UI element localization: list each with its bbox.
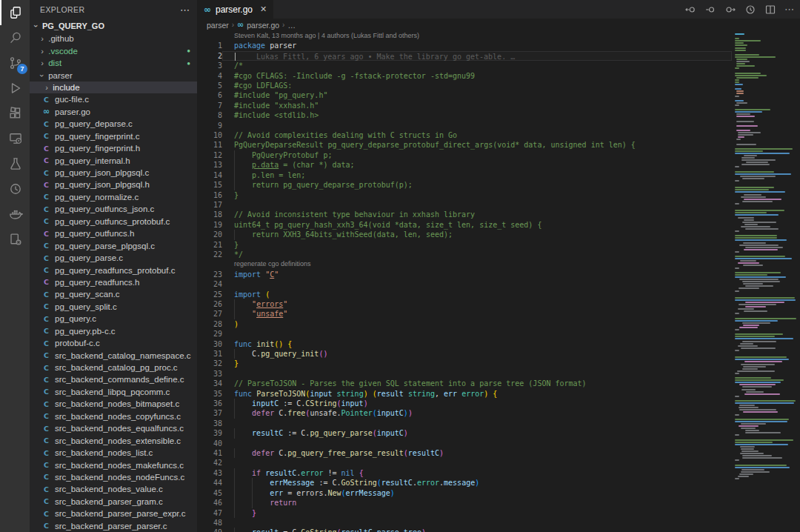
code-line-2[interactable]: 2Lukas Fittl, 6 years ago • Make the lib…	[197, 51, 800, 61]
tree-item-src-backend-nodes-list.c[interactable]: Csrc_backend_nodes_list.c	[30, 447, 197, 459]
tree-item-pg-query.pb-c.c[interactable]: Cpg_query.pb-c.c	[30, 325, 197, 337]
more-actions-icon[interactable]: ⋯	[180, 4, 190, 16]
code-line-25[interactable]: 25import (	[197, 290, 800, 299]
code-line-27[interactable]: 27 "unsafe"	[197, 309, 800, 319]
tree-item-pg-query-deparse.c[interactable]: Cpg_query_deparse.c	[30, 118, 197, 130]
tree-item-src-backend-libpq-pqcomm.c[interactable]: Csrc_backend_libpq_pqcomm.c	[30, 386, 197, 398]
tree-item-pg-query-readfuncs-protobuf.c[interactable]: Cpg_query_readfuncs_protobuf.c	[30, 264, 197, 276]
tree-item-pg-query-normalize.c[interactable]: Cpg_query_normalize.c	[30, 191, 197, 203]
tree-item-pg-query-outfuncs-protobuf.c[interactable]: Cpg_query_outfuncs_protobuf.c	[30, 216, 197, 227]
code-line-26[interactable]: 26 "errors"	[197, 299, 800, 309]
code-line-48[interactable]: 48	[197, 518, 800, 528]
code-line-36[interactable]: 36 inputC := C.CString(input)	[197, 399, 800, 408]
code-line-17[interactable]: 17	[197, 200, 800, 210]
code-line-37[interactable]: 37 defer C.free(unsafe.Pointer(inputC))	[197, 408, 800, 418]
editor-action-open-changes[interactable]	[704, 4, 716, 16]
tree-item-src-backend-nodes-equalfuncs.c[interactable]: Csrc_backend_nodes_equalfuncs.c	[30, 422, 197, 434]
code-line-20[interactable]: 20 return XXH3_64bits_withSeed(data, len…	[197, 230, 800, 239]
tree-root-pg-query-go[interactable]: › PG_QUERY_GO	[30, 19, 197, 33]
activity-run-and-debug-icon[interactable]	[0, 76, 30, 101]
editor-action-split-editor[interactable]	[764, 4, 776, 16]
code-line-42[interactable]: 42	[197, 458, 800, 468]
code-line-1[interactable]: 1package parser	[197, 41, 800, 50]
code-line-19[interactable]: 19uint64_t pg_query_hash_xxh3_64(void *d…	[197, 220, 800, 230]
code-line-46[interactable]: 46 return	[197, 498, 800, 508]
tree-item-src-backend-nodes-nodefuncs.c[interactable]: Csrc_backend_nodes_nodeFuncs.c	[30, 471, 197, 483]
tree-item-pg-query-fingerprint.h[interactable]: Cpg_query_fingerprint.h	[30, 142, 197, 154]
editor-action-file-history[interactable]	[744, 4, 756, 16]
code-line-30[interactable]: 30func init() {	[197, 339, 800, 349]
breadcrumb-item[interactable]: …	[287, 21, 296, 30]
activity-remote-explorer-icon[interactable]	[0, 126, 30, 151]
code-line-43[interactable]: 43 if resultC.error != nil {	[197, 468, 800, 478]
tree-item-pg-query-fingerprint.c[interactable]: Cpg_query_fingerprint.c	[30, 130, 197, 142]
activity-testing-icon[interactable]	[0, 151, 30, 176]
code-editor[interactable]: Steven Kalt, 13 months ago | 4 authors (…	[197, 31, 800, 532]
code-line-31[interactable]: 31 C.pg_query_init()	[197, 349, 800, 359]
tree-item-src-backend-parser-parser.c[interactable]: Csrc_backend_parser_parser.c	[30, 520, 197, 532]
code-line-34[interactable]: 34// ParseToJSON - Parses the given SQL …	[197, 379, 800, 388]
breadcrumb-item[interactable]: parser	[207, 21, 229, 30]
code-line-33[interactable]: 33	[197, 369, 800, 379]
code-line-13[interactable]: 13 p.data = (char *) data;	[197, 160, 800, 170]
activity-docker-icon[interactable]	[0, 202, 30, 227]
code-line-39[interactable]: 39 resultC := C.pg_query_parse(inputC)	[197, 428, 800, 438]
code-line-44[interactable]: 44 errMessage := C.GoString(resultC.erro…	[197, 478, 800, 488]
tree-item-src-backend-catalog-namespace.c[interactable]: Csrc_backend_catalog_namespace.c	[30, 349, 197, 361]
code-line-11[interactable]: 11PgQueryDeparseResult pg_query_deparse_…	[197, 140, 800, 150]
code-line-3[interactable]: 3/*	[197, 61, 800, 70]
activity-project-manager-icon[interactable]	[0, 227, 30, 252]
tree-item-src-backend-parser-gram.c[interactable]: Csrc_backend_parser_gram.c	[30, 496, 197, 508]
tree-item-src-backend-nodes-bitmapset.c[interactable]: Csrc_backend_nodes_bitmapset.c	[30, 398, 197, 410]
activity-search-icon[interactable]	[0, 25, 30, 50]
tree-item-pg-query-split.c[interactable]: Cpg_query_split.c	[30, 301, 197, 313]
editor-action-open-changes-next[interactable]	[724, 4, 736, 16]
tree-item-src-backend-commands-define.c[interactable]: Csrc_backend_commands_define.c	[30, 373, 197, 385]
code-line-9[interactable]: 9	[197, 121, 800, 130]
code-line-10[interactable]: 10// Avoid complexities dealing with C s…	[197, 130, 800, 140]
activity-explorer-icon[interactable]	[0, 0, 30, 25]
tree-item-src-backend-nodes-makefuncs.c[interactable]: Csrc_backend_nodes_makefuncs.c	[30, 459, 197, 471]
tree-item-parser.go[interactable]: ∞parser.go	[30, 106, 197, 118]
code-line-47[interactable]: 47 }	[197, 508, 800, 518]
code-line-49[interactable]: 49 result = C.GoString(resultC.parse_tre…	[197, 528, 800, 532]
tree-item-guc-file.c[interactable]: Cguc-file.c	[30, 93, 197, 105]
tree-item-pg-query-parse-plpgsql.c[interactable]: Cpg_query_parse_plpgsql.c	[30, 239, 197, 251]
codelens-annotation[interactable]: regenerate cgo definitions	[197, 259, 800, 269]
tree-item-.github[interactable]: › .github	[30, 33, 197, 44]
tree-item-include[interactable]: › include	[30, 82, 197, 93]
code-line-29[interactable]: 29	[197, 329, 800, 339]
gitlens-authors-annotation[interactable]: Steven Kalt, 13 months ago | 4 authors (…	[197, 31, 800, 41]
code-line-23[interactable]: 23import "C"	[197, 270, 800, 279]
code-line-6[interactable]: 6#include "pg_query.h"	[197, 90, 800, 100]
tree-item-pg-query-internal.h[interactable]: Cpg_query_internal.h	[30, 154, 197, 166]
activity-history-icon[interactable]	[0, 176, 30, 202]
code-line-8[interactable]: 8#include <stdlib.h>	[197, 110, 800, 120]
editor-action-more-actions[interactable]: ⋯	[784, 4, 794, 15]
code-line-22[interactable]: 22*/	[197, 250, 800, 259]
tree-item-pg-query-json-plpgsql.h[interactable]: Cpg_query_json_plpgsql.h	[30, 179, 197, 190]
code-line-14[interactable]: 14 p.len = len;	[197, 170, 800, 180]
tree-item-dist[interactable]: › dist●	[30, 57, 197, 69]
tree-item-src-backend-parser-parse-expr.c[interactable]: Csrc_backend_parser_parse_expr.c	[30, 508, 197, 519]
code-line-38[interactable]: 38	[197, 419, 800, 428]
minimap[interactable]	[733, 31, 800, 532]
code-line-45[interactable]: 45 err = errors.New(errMessage)	[197, 488, 800, 498]
code-line-12[interactable]: 12 PgQueryProtobuf p;	[197, 150, 800, 160]
code-line-15[interactable]: 15 return pg_query_deparse_protobuf(p);	[197, 180, 800, 190]
code-line-24[interactable]: 24	[197, 279, 800, 289]
tree-item-pg-query-scan.c[interactable]: Cpg_query_scan.c	[30, 288, 197, 300]
tree-item-.vscode[interactable]: › .vscode●	[30, 44, 197, 56]
code-line-35[interactable]: 35func ParseToJSON(input string) (result…	[197, 389, 800, 399]
editor-action-open-changes-previous[interactable]	[684, 4, 696, 16]
activity-extensions-icon[interactable]	[0, 101, 30, 126]
tree-item-pg-query-json-plpgsql.c[interactable]: Cpg_query_json_plpgsql.c	[30, 167, 197, 179]
breadcrumb-item[interactable]: parser.go	[247, 21, 279, 30]
tree-item-src-backend-nodes-extensible.c[interactable]: Csrc_backend_nodes_extensible.c	[30, 434, 197, 446]
tree-item-parser[interactable]: › parser	[30, 69, 197, 81]
code-line-40[interactable]: 40	[197, 439, 800, 448]
activity-source-control-icon[interactable]: 7	[0, 50, 30, 76]
code-line-21[interactable]: 21}	[197, 240, 800, 250]
tree-item-protobuf-c.c[interactable]: Cprotobuf-c.c	[30, 337, 197, 349]
code-line-5[interactable]: 5#cgo LDFLAGS:	[197, 81, 800, 90]
